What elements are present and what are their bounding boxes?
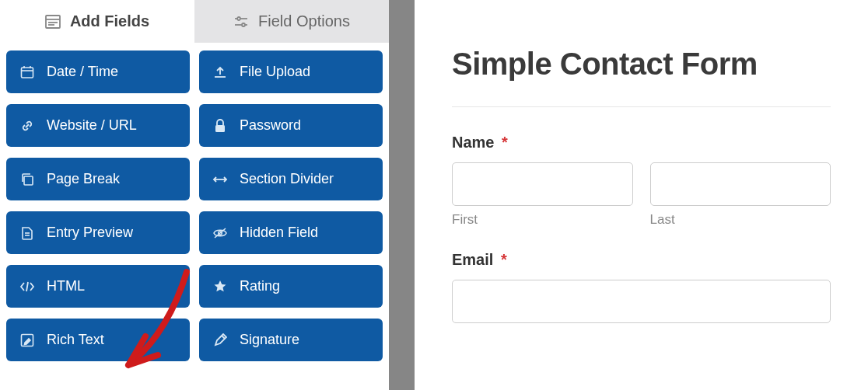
first-sublabel: First (452, 212, 633, 228)
svg-point-5 (237, 17, 240, 20)
sliders-icon (233, 15, 249, 29)
field-hidden-field[interactable]: Hidden Field (199, 211, 383, 254)
builder-sidebar: Add Fields Field Options Date / Time (0, 0, 389, 390)
code-icon (19, 281, 36, 292)
field-password[interactable]: Password (199, 104, 383, 147)
field-label: Date / Time (47, 64, 118, 80)
link-icon (19, 119, 36, 133)
field-label: HTML (47, 278, 85, 294)
tab-field-options-label: Field Options (258, 12, 350, 30)
field-section-divider[interactable]: Section Divider (199, 158, 383, 200)
copy-icon (19, 172, 36, 186)
field-label: Page Break (47, 171, 120, 187)
lock-icon (212, 119, 229, 133)
field-label: File Upload (240, 64, 310, 80)
field-label: Password (240, 117, 301, 134)
last-sublabel: Last (650, 212, 831, 228)
sidebar-tabs: Add Fields Field Options (0, 0, 389, 43)
first-name-input[interactable] (452, 162, 633, 206)
field-label: Website / URL (47, 117, 137, 134)
field-date-time[interactable]: Date / Time (6, 50, 190, 93)
field-label: Rating (240, 278, 280, 294)
tab-add-fields-label: Add Fields (70, 12, 149, 30)
svg-rect-8 (22, 68, 33, 78)
upload-icon (212, 65, 229, 79)
field-label: Rich Text (47, 332, 104, 348)
last-name-input[interactable] (650, 162, 831, 206)
eye-slash-icon (212, 227, 229, 239)
field-email[interactable]: Email * (452, 251, 831, 323)
svg-rect-0 (46, 16, 60, 28)
required-mark: * (502, 134, 508, 151)
field-file-upload[interactable]: File Upload (199, 50, 383, 93)
star-icon (212, 280, 229, 294)
fields-grid: Date / Time File Upload Website / URL Pa… (0, 43, 389, 367)
field-rating[interactable]: Rating (199, 265, 383, 308)
edit-icon (19, 333, 36, 347)
email-label: Email * (452, 251, 831, 269)
field-label: Signature (240, 332, 299, 348)
form-divider (452, 106, 831, 107)
field-label: Entry Preview (47, 225, 133, 241)
calendar-icon (19, 65, 36, 79)
pencil-icon (212, 333, 229, 347)
field-rich-text[interactable]: Rich Text (6, 319, 190, 361)
svg-point-7 (242, 23, 245, 26)
arrows-h-icon (212, 175, 229, 184)
form-icon (45, 15, 61, 29)
panel-gutter (389, 0, 415, 390)
field-html[interactable]: HTML (6, 265, 190, 308)
tab-field-options[interactable]: Field Options (194, 0, 389, 43)
field-signature[interactable]: Signature (199, 319, 383, 361)
required-mark: * (501, 251, 507, 268)
field-label: Hidden Field (240, 225, 318, 241)
tab-add-fields[interactable]: Add Fields (0, 0, 194, 43)
svg-rect-13 (215, 125, 225, 132)
form-preview: Simple Contact Form Name * First Last Em… (415, 0, 868, 390)
file-icon (19, 226, 36, 240)
field-label: Section Divider (240, 171, 334, 187)
form-title: Simple Contact Form (452, 47, 831, 82)
field-website-url[interactable]: Website / URL (6, 104, 190, 147)
svg-rect-14 (24, 176, 33, 185)
field-name[interactable]: Name * First Last (452, 134, 831, 228)
name-label: Name * (452, 134, 831, 151)
email-input[interactable] (452, 280, 831, 323)
field-entry-preview[interactable]: Entry Preview (6, 211, 190, 254)
field-page-break[interactable]: Page Break (6, 158, 190, 200)
